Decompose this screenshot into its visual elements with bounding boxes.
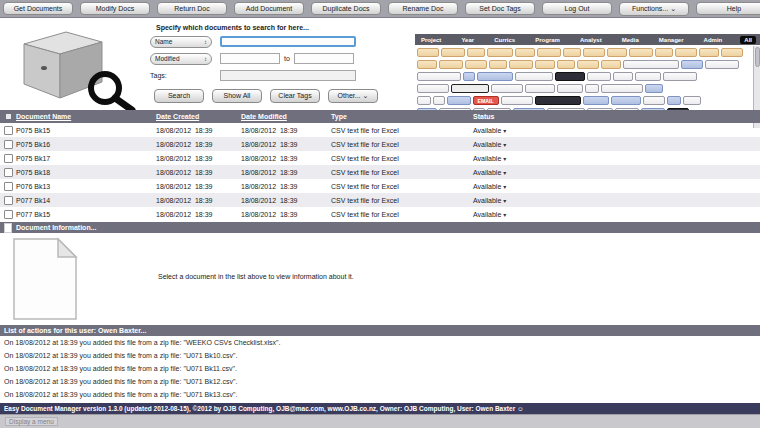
toolbar-button-set-doc-tags[interactable]: Set Doc Tags — [465, 2, 535, 15]
other-button[interactable]: Other... ⌄ — [328, 89, 378, 103]
show-all-button[interactable]: Show All — [212, 89, 262, 103]
tag-category-manager[interactable]: Manager — [657, 37, 686, 43]
tag-chip[interactable] — [491, 84, 523, 93]
tag-chip[interactable] — [721, 48, 743, 57]
tag-chip[interactable] — [477, 72, 513, 81]
tag-chip[interactable] — [583, 96, 609, 105]
toolbar-button-functions[interactable]: Functions... ⌄ — [619, 2, 689, 16]
tag-chip[interactable] — [601, 84, 643, 93]
tag-chip[interactable] — [535, 96, 581, 105]
tag-chip[interactable] — [667, 96, 681, 105]
table-row[interactable]: P077 Bk1418/08/2012 18:3918/08/2012 18:3… — [0, 193, 760, 207]
tag-chip[interactable] — [655, 48, 673, 57]
search-button[interactable]: Search — [154, 89, 204, 103]
tag-chip[interactable] — [699, 48, 719, 57]
row-checkbox[interactable] — [4, 182, 13, 191]
cell-status[interactable]: Available ▾ — [473, 183, 760, 190]
tag-chip[interactable] — [535, 60, 555, 69]
tag-chip[interactable] — [557, 84, 583, 93]
toolbar-button-log-out[interactable]: Log Out — [542, 2, 612, 15]
tag-chip[interactable] — [417, 84, 449, 93]
tag-category-admin[interactable]: Admin — [702, 37, 725, 43]
tag-chip[interactable] — [585, 84, 599, 93]
cell-status[interactable]: Available ▾ — [473, 127, 760, 134]
tag-chip[interactable] — [537, 48, 561, 57]
tag-chip[interactable] — [417, 96, 431, 105]
tag-chip[interactable] — [675, 48, 697, 57]
row-checkbox[interactable] — [4, 210, 13, 219]
tag-chip[interactable] — [465, 60, 487, 69]
tag-chip[interactable] — [681, 60, 703, 69]
toolbar-button-add-document[interactable]: Add Document — [234, 2, 304, 15]
tag-chip[interactable] — [629, 48, 653, 57]
row-checkbox[interactable] — [4, 196, 13, 205]
tag-chip[interactable] — [601, 60, 621, 69]
tag-category-currics[interactable]: Currics — [492, 37, 517, 43]
table-row[interactable]: P075 Bk1518/08/2012 18:3918/08/2012 18:3… — [0, 123, 760, 137]
row-checkbox[interactable] — [4, 168, 13, 177]
cell-status[interactable]: Available ▾ — [473, 155, 760, 162]
name-field-selector[interactable]: Name ↕ — [150, 36, 212, 48]
tag-chip[interactable] — [607, 48, 627, 57]
table-row[interactable]: P075 Bk1718/08/2012 18:3918/08/2012 18:3… — [0, 151, 760, 165]
tag-chip[interactable] — [509, 60, 533, 69]
cell-status[interactable]: Available ▾ — [473, 211, 760, 218]
toolbar-button-help[interactable]: Help — [696, 2, 760, 15]
cell-status[interactable]: Available ▾ — [473, 197, 760, 204]
tag-chip[interactable] — [683, 96, 701, 105]
tag-category-all[interactable]: All — [740, 36, 756, 44]
tag-chip[interactable] — [557, 60, 575, 69]
tag-category-program[interactable]: Program — [533, 37, 562, 43]
table-row[interactable]: P075 Bk1618/08/2012 18:3918/08/2012 18:3… — [0, 137, 760, 151]
toolbar-button-duplicate-docs[interactable]: Duplicate Docs — [311, 2, 381, 15]
table-row[interactable]: P077 Bk1518/08/2012 18:3918/08/2012 18:3… — [0, 207, 760, 221]
tag-chip[interactable] — [441, 48, 465, 57]
date-from-input[interactable] — [220, 53, 280, 64]
cell-status[interactable]: Available ▾ — [473, 141, 760, 148]
table-row[interactable]: P075 Bk1818/08/2012 18:3918/08/2012 18:3… — [0, 165, 760, 179]
toolbar-button-get-documents[interactable]: Get Documents — [3, 2, 73, 15]
tag-chip[interactable] — [663, 72, 697, 81]
column-header-document-name[interactable]: Document Name — [16, 113, 156, 120]
date-to-input[interactable] — [294, 53, 354, 64]
tag-chip[interactable] — [467, 48, 485, 57]
tag-chip[interactable] — [433, 96, 445, 105]
row-checkbox[interactable] — [4, 126, 13, 135]
tag-category-analyst[interactable]: Analyst — [578, 37, 604, 43]
tag-chip[interactable] — [417, 48, 439, 57]
tag-category-year[interactable]: Year — [459, 37, 476, 43]
tag-chip-email[interactable]: EMAIL — [473, 96, 499, 105]
tags-input[interactable] — [220, 70, 356, 81]
tag-chip[interactable] — [417, 72, 461, 81]
cell-status[interactable]: Available ▾ — [473, 169, 760, 176]
tag-category-media[interactable]: Media — [620, 37, 641, 43]
tag-chip[interactable] — [563, 48, 581, 57]
tag-chip[interactable] — [705, 60, 739, 69]
tag-chip[interactable] — [439, 60, 463, 69]
tag-chip[interactable] — [501, 96, 533, 105]
row-checkbox[interactable] — [4, 154, 13, 163]
tag-chip[interactable] — [645, 84, 663, 93]
tag-chip[interactable] — [577, 60, 599, 69]
column-header-date-created[interactable]: Date Created — [156, 113, 241, 120]
tag-chip[interactable] — [447, 96, 471, 105]
tag-chip[interactable] — [515, 72, 553, 81]
tag-chip[interactable] — [587, 72, 611, 81]
table-row[interactable]: P076 Bk1318/08/2012 18:3918/08/2012 18:3… — [0, 179, 760, 193]
column-header-date-modified[interactable]: Date Modified — [241, 113, 331, 120]
tag-chip[interactable] — [525, 84, 555, 93]
tag-chip[interactable] — [489, 60, 507, 69]
column-header-type[interactable]: Type — [331, 113, 473, 120]
row-checkbox[interactable] — [4, 140, 13, 149]
modified-field-selector[interactable]: Modified ↕ — [150, 53, 212, 65]
tag-category-project[interactable]: Project — [419, 37, 443, 43]
tag-chip[interactable] — [623, 60, 679, 69]
select-all-cell[interactable] — [0, 114, 16, 119]
tag-chip[interactable] — [613, 72, 633, 81]
column-header-status[interactable]: Status — [473, 113, 760, 120]
tag-chip[interactable] — [487, 48, 513, 57]
tag-chip[interactable] — [515, 48, 535, 57]
name-search-input[interactable] — [220, 36, 356, 47]
toolbar-button-return-doc[interactable]: Return Doc — [157, 2, 227, 15]
toolbar-button-rename-doc[interactable]: Rename Doc — [388, 2, 458, 15]
